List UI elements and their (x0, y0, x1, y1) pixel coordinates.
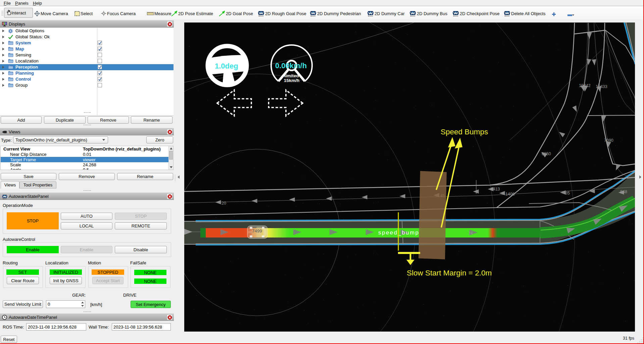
svg-text:848: 848 (620, 189, 627, 194)
svg-text:10442: 10442 (579, 83, 591, 88)
svg-text:85: 85 (565, 191, 570, 196)
svg-text:1.0deg: 1.0deg (215, 62, 238, 70)
svg-text:Autoware: Autoware (258, 15, 263, 17)
svg-text:limited: limited (284, 73, 299, 78)
svg-text:Autoware: Autoware (368, 15, 373, 17)
svg-text:74: 74 (468, 231, 473, 236)
svg-text:Autoware: Autoware (3, 198, 7, 200)
svg-text:6850: 6850 (542, 152, 551, 156)
svg-text:7499: 7499 (252, 228, 262, 233)
svg-text:1406: 1406 (505, 192, 515, 197)
svg-text:0.00km/h: 0.00km/h (275, 61, 307, 70)
svg-text:Speed Bumps: Speed Bumps (441, 128, 488, 136)
svg-text:Autoware: Autoware (310, 15, 315, 17)
svg-text:1413: 1413 (491, 187, 500, 191)
svg-text:Slow Start Margin = 2.0m: Slow Start Margin = 2.0m (407, 269, 492, 277)
svg-text:15km/h: 15km/h (284, 78, 300, 83)
svg-text:Autoware: Autoware (504, 15, 509, 17)
svg-text:Autoware: Autoware (410, 15, 415, 17)
svg-text:Autoware: Autoware (453, 15, 458, 17)
svg-text:10433: 10433 (596, 84, 607, 89)
svg-text:7090: 7090 (604, 138, 613, 143)
svg-text:20: 20 (221, 201, 226, 206)
